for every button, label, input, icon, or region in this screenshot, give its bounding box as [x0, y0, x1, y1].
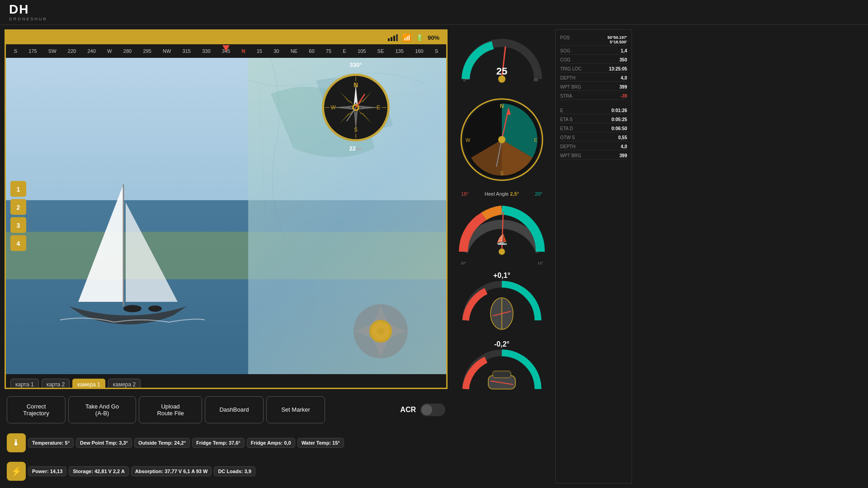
svg-point-58: [499, 249, 505, 255]
temperature-val: Temperature: 5°: [28, 438, 74, 448]
svg-marker-0: [78, 184, 123, 302]
cam-btn-karta2[interactable]: карта 2: [42, 379, 70, 389]
map-top-bar: 📶 🔋 90%: [6, 31, 446, 44]
data-panel: POS 50°50.197'5°18.500' SOG 1,4 COG 350 …: [555, 29, 632, 483]
wind-gauge-container: N E S W: [457, 94, 547, 187]
depth-row: DEPTH 4,0: [560, 75, 627, 82]
wind-heading: 330°: [350, 61, 362, 68]
svg-text:0: 0: [463, 78, 466, 82]
num-btn-4[interactable]: 4: [10, 235, 26, 251]
svg-text:S: S: [500, 170, 503, 176]
signal-bars: [388, 34, 398, 41]
svg-text:N: N: [500, 103, 504, 109]
svg-point-36: [377, 328, 384, 335]
cam-selector-row: карта 1 карта 2 камера 1 камера 2: [6, 374, 446, 389]
wifi-icon: 📶: [402, 33, 411, 42]
pos-row: POS 50°50.197'5°18.500': [560, 34, 627, 46]
signal-bar-1: [388, 38, 390, 41]
right-panel: 25 0 35: [452, 29, 863, 483]
acr-label: ACR: [400, 406, 416, 414]
num-btn-3[interactable]: 3: [10, 217, 26, 233]
wind-speed-val: 22kts: [349, 145, 363, 152]
logo-sub: DRONESHUB: [9, 17, 47, 21]
gauges-col: 25 0 35: [452, 29, 552, 483]
fridge-temp-val: Fridge Temp: 37,6°: [192, 438, 245, 448]
svg-point-4: [148, 305, 162, 312]
speed-gauge-svg: 25 0 35: [457, 29, 547, 88]
svg-text:W: W: [466, 137, 471, 143]
view-area: N S E W: [6, 58, 446, 374]
svg-line-57: [502, 212, 503, 252]
signal-bar-3: [393, 36, 395, 41]
cam-btn-kamera2[interactable]: камера 2: [108, 379, 141, 389]
heel-value: 2,5°: [510, 191, 519, 197]
acr-toggle-switch[interactable]: [420, 404, 445, 416]
svg-point-56: [498, 136, 505, 143]
signal-bar-2: [391, 37, 392, 41]
compass-rose-svg: N S E W: [320, 71, 392, 144]
boat-pitch-value2: -0,2°: [457, 340, 547, 348]
wind-gauge-svg: N E S W: [457, 94, 547, 185]
dpad-svg[interactable]: [351, 302, 410, 361]
e-row: E 0:01:26: [560, 107, 627, 114]
temp-icon: 🌡: [7, 433, 26, 452]
fridge-amp-val: Fridge Amps: 0,0: [247, 438, 295, 448]
power-icon: ⚡: [7, 462, 26, 481]
dewpoint-val: Dew Point Tmp: 3,3°: [76, 438, 132, 448]
boat-pitch-gauge1: +0,1°: [457, 272, 547, 336]
svg-point-3: [123, 305, 142, 312]
signal-bar-4: [396, 34, 398, 41]
map-container: 📶 🔋 90% S175SW220240W280295NW315330345N1…: [5, 29, 448, 389]
eta-d-row: ETA D 0:06:50: [560, 125, 627, 132]
battery-icon: 🔋: [416, 34, 423, 41]
storage-val: Storage: 42,81 V 2,2 A: [69, 466, 129, 476]
correct-trajectory-btn[interactable]: Correct Trajectory: [7, 396, 66, 423]
svg-text:E: E: [534, 137, 537, 143]
app-header: DH DRONESHUB: [0, 0, 868, 25]
heel-gauge-svg: ⛵ 10° Pitch 13° Roll: [457, 197, 547, 265]
heel-title: Heel Angle: [485, 191, 509, 197]
temp-sensor-row: 🌡 Temperature: 5° Dew Point Tmp: 3,3° Ou…: [5, 430, 448, 455]
depth2-row: DEPTH 4,0: [560, 143, 627, 150]
upload-route-btn[interactable]: Upload Route File: [139, 396, 202, 423]
battery-value: 90%: [428, 34, 439, 41]
num-btn-2[interactable]: 2: [10, 199, 26, 215]
heel-right-label: 20°: [535, 191, 542, 197]
svg-marker-1: [126, 202, 178, 302]
bottom-buttons: Correct Trajectory Take And Go (A-B) Upl…: [5, 393, 448, 427]
heel-gauge-container: 18° Heel Angle 2,5° 20°: [457, 191, 547, 267]
power-val: Power: 14,13: [28, 466, 66, 476]
num-buttons: 1 2 3 4: [10, 181, 26, 251]
boat-pitch-value1: +0,1°: [457, 272, 547, 280]
acr-toggle: ACR: [400, 404, 445, 416]
water-temp-val: Water Temp: 15°: [297, 438, 344, 448]
boat-pitch-svg1: [461, 280, 542, 334]
num-btn-1[interactable]: 1: [10, 181, 26, 197]
svg-text:25: 25: [496, 66, 507, 77]
speed-gauge-container: 25 0 35: [457, 29, 547, 90]
take-and-go-btn[interactable]: Take And Go (A-B): [68, 396, 136, 423]
svg-rect-68: [493, 371, 511, 378]
dashboard-btn[interactable]: DashBoard: [205, 396, 264, 423]
outside-temp-val: Outside Temp: 24,2°: [134, 438, 190, 448]
svg-text:35: 35: [533, 78, 538, 82]
trig-loc-row: TRIG LOC 13:25:05: [560, 66, 627, 73]
otw-s-row: OTW S 0,55: [560, 134, 627, 141]
compass-bar: S175SW220240W280295NW315330345N1530NE607…: [6, 44, 446, 58]
sog-row: SOG 1,4: [560, 47, 627, 55]
svg-text:10°: 10°: [461, 261, 466, 265]
wpt-brg-row: WPT BRG 399: [560, 84, 627, 91]
boat-pitch-svg2: [461, 348, 542, 403]
stra-row: STRA -39: [560, 93, 627, 100]
dpad[interactable]: [351, 302, 410, 361]
logo-dh: DH: [9, 3, 47, 16]
compass-north-marker: [222, 45, 230, 52]
svg-text:⛵: ⛵: [496, 233, 509, 245]
boat-pitch-gauge2: -0,2°: [457, 340, 547, 404]
set-marker-btn[interactable]: Set Marker: [266, 396, 325, 423]
cam-btn-karta1[interactable]: карта 1: [10, 379, 39, 389]
left-panel: 📶 🔋 90% S175SW220240W280295NW315330345N1…: [5, 29, 448, 483]
cam-btn-kamera1[interactable]: камера 1: [72, 379, 105, 389]
svg-text:13°: 13°: [538, 261, 543, 265]
power-sensor-row: ⚡ Power: 14,13 Storage: 42,81 V 2,2 A Ab…: [5, 459, 448, 483]
